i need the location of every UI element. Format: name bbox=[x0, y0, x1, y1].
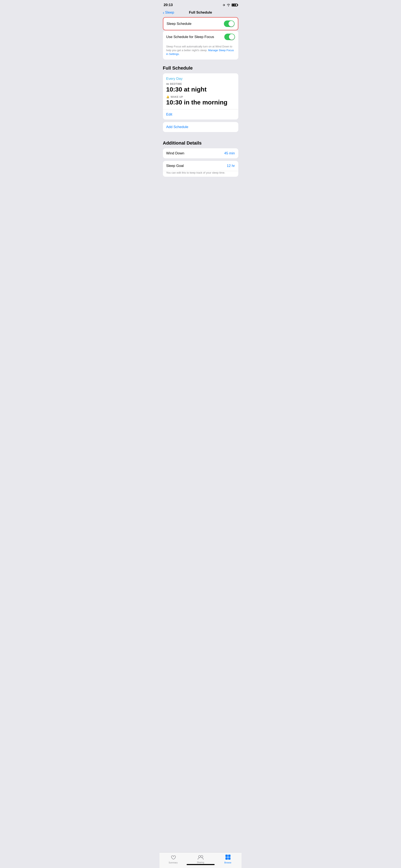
back-button[interactable]: ‹ Sleep bbox=[163, 10, 174, 14]
sleep-goal-info: You can edit this to keep track of your … bbox=[163, 171, 238, 177]
chevron-left-icon: ‹ bbox=[163, 10, 164, 14]
sleep-schedule-toggle[interactable] bbox=[224, 21, 235, 27]
use-schedule-toggle-row: Use Schedule for Sleep Focus bbox=[163, 31, 238, 43]
tab-spacer bbox=[163, 179, 238, 196]
status-icons: ✈ 77 bbox=[223, 3, 238, 7]
battery-icon: 77 bbox=[232, 4, 238, 6]
add-schedule-card: Add Schedule bbox=[163, 122, 238, 132]
page-title: Full Schedule bbox=[189, 10, 212, 14]
wind-down-row[interactable]: Wind Down 45 min bbox=[163, 148, 238, 158]
schedule-card-content: Every Day 🛏 BEDTIME 10:30 at night 🔔 WAK… bbox=[163, 73, 238, 109]
sleep-goal-value: 12 hr bbox=[227, 164, 235, 168]
alarm-icon: 🔔 bbox=[166, 95, 169, 98]
bedtime-label: 🛏 BEDTIME bbox=[166, 83, 235, 86]
wind-down-label: Wind Down bbox=[166, 151, 184, 155]
every-day-label: Every Day bbox=[166, 77, 235, 81]
sleep-schedule-toggle-row: Sleep Schedule bbox=[163, 18, 238, 30]
bed-icon: 🛏 bbox=[166, 83, 169, 86]
sleep-focus-info: Sleep Focus will automatically turn on a… bbox=[163, 43, 238, 60]
add-schedule-button[interactable]: Add Schedule bbox=[163, 122, 238, 132]
wifi-icon bbox=[226, 4, 230, 6]
edit-button[interactable]: Edit bbox=[163, 110, 238, 120]
full-schedule-header: Full Schedule bbox=[163, 61, 238, 73]
additional-details-header: Additional Details bbox=[163, 136, 238, 148]
schedule-card: Every Day 🛏 BEDTIME 10:30 at night 🔔 WAK… bbox=[163, 73, 238, 120]
sleep-goal-card: Sleep Goal 12 hr You can edit this to ke… bbox=[163, 161, 238, 177]
use-schedule-label: Use Schedule for Sleep Focus bbox=[166, 35, 214, 39]
bedtime-time: 10:30 at night bbox=[166, 86, 235, 93]
status-time: 20:13 bbox=[164, 3, 173, 7]
wind-down-value: 45 min bbox=[224, 151, 235, 155]
status-bar: 20:13 ✈ 77 bbox=[160, 0, 242, 9]
wakeup-label: 🔔 WAKE UP bbox=[166, 95, 235, 98]
nav-bar: ‹ Sleep Full Schedule bbox=[160, 9, 242, 17]
airplane-icon: ✈ bbox=[223, 3, 225, 7]
back-label: Sleep bbox=[165, 10, 174, 14]
wind-down-card: Wind Down 45 min bbox=[163, 148, 238, 158]
wakeup-time: 10:30 in the morning bbox=[166, 99, 235, 106]
sleep-focus-section: Use Schedule for Sleep Focus Sleep Focus… bbox=[163, 31, 238, 60]
sleep-goal-label: Sleep Goal bbox=[166, 164, 184, 168]
sleep-goal-row[interactable]: Sleep Goal 12 hr bbox=[163, 161, 238, 171]
sleep-schedule-label: Sleep Schedule bbox=[167, 22, 191, 26]
main-content: Sleep Schedule Use Schedule for Sleep Fo… bbox=[160, 17, 242, 196]
use-schedule-toggle[interactable] bbox=[224, 34, 235, 40]
battery-percent: 77 bbox=[234, 4, 236, 6]
sleep-schedule-row: Sleep Schedule bbox=[163, 17, 238, 30]
